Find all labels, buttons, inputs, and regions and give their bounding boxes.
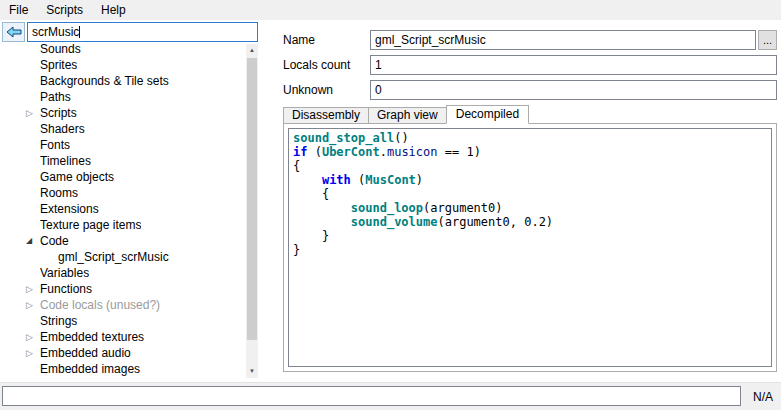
code-token: () [394,131,408,145]
tree-item-label: gml_Script_scrMusic [58,249,169,265]
unknown-value: 0 [375,83,382,97]
tree-expanded-icon[interactable]: ◢ [26,233,40,249]
tree-item-label: Paths [40,89,71,105]
asset-tree-list: SoundsSpritesBackgrounds & Tile setsPath… [0,44,246,377]
name-label: Name [283,30,315,50]
tree-item-label: Shaders [40,121,85,137]
code-token: (argument0) [423,201,502,215]
tree-item-label: Texture page items [40,217,141,233]
tree-item[interactable]: Extensions [0,201,246,217]
locals-count-input[interactable]: 1 [370,55,777,75]
code-token: } [293,243,300,257]
tree-item[interactable]: ▷Functions [0,281,246,297]
tree-collapsed-icon[interactable]: ▷ [26,329,40,345]
code-token: with [322,173,351,187]
tree-item-label: Timelines [40,153,91,169]
tree-item-label: Embedded images [40,361,140,377]
back-button[interactable] [2,22,25,42]
main-content: scrMusic SoundsSpritesBackgrounds & Tile… [0,20,781,382]
tree-item[interactable]: Timelines [0,153,246,169]
locals-count-label: Locals count [283,55,350,75]
code-token [293,201,351,215]
tree-item[interactable]: ▷Scripts [0,105,246,121]
tree-item[interactable]: ▷Code locals (unused?) [0,297,246,313]
status-input[interactable] [2,386,741,406]
tree-item-label: Scripts [40,105,77,121]
tree-item[interactable]: Backgrounds & Tile sets [0,73,246,89]
code-token: ) [416,173,423,187]
search-input[interactable]: scrMusic [27,22,258,42]
code-token: ( [307,145,321,159]
code-token: == 1) [438,145,481,159]
menu-item-help[interactable]: Help [92,0,135,20]
code-token: . [380,145,387,159]
tab-graph-view[interactable]: Graph view [368,107,447,124]
code-token: { [293,187,329,201]
tab-disassembly[interactable]: Disassembly [283,107,369,124]
browse-button[interactable]: ... [758,30,777,50]
tree-item-label: Code locals (unused?) [40,297,160,313]
tree-item-label: Sprites [40,57,77,73]
code-token: UberCont [322,145,380,159]
tree-item[interactable]: Embedded images [0,361,246,377]
unknown-label: Unknown [283,80,333,100]
code-token: musicon [387,145,438,159]
tree-item[interactable]: Sounds [0,44,246,57]
menu-bar: FileScriptsHelp [0,0,781,20]
tree-item[interactable]: Game objects [0,169,246,185]
tree-item-label: Backgrounds & Tile sets [40,73,169,89]
search-input-value: scrMusic [32,25,79,39]
tree-item-label: Embedded audio [40,345,131,361]
tree-item[interactable]: Rooms [0,185,246,201]
tree-item-label: Strings [40,313,77,329]
code-token [293,173,322,187]
menu-item-scripts[interactable]: Scripts [37,0,92,20]
code-line: if (UberCont.musicon == 1) [293,145,767,159]
code-line: sound_stop_all() [293,131,767,145]
scrollbar-thumb[interactable] [247,58,257,340]
tree-item[interactable]: gml_Script_scrMusic [0,249,246,265]
code-line: } [293,243,767,257]
text-caret [79,26,80,38]
tree-item[interactable]: Sprites [0,57,246,73]
tree-item[interactable]: ◢Code [0,233,246,249]
decompiled-tab-page: sound_stop_all()if (UberCont.musicon == … [283,123,777,372]
code-token: sound_loop [351,201,423,215]
unknown-input[interactable]: 0 [370,80,777,100]
tree-item[interactable]: ▷Embedded audio [0,345,246,361]
tree-item[interactable]: Variables [0,265,246,281]
scroll-down-icon[interactable]: ▼ [246,365,258,378]
code-token: ( [351,173,365,187]
code-line: sound_volume(argument0, 0.2) [293,215,767,229]
tree-item[interactable]: Paths [0,89,246,105]
code-line: with (MusCont) [293,173,767,187]
decompiled-code[interactable]: sound_stop_all()if (UberCont.musicon == … [288,128,772,367]
code-token: { [293,159,300,173]
tree-collapsed-icon[interactable]: ▷ [26,105,40,121]
tree-item-label: Code [40,233,69,249]
tree-item[interactable]: Strings [0,313,246,329]
status-bar: N/A [0,382,781,410]
tree-item[interactable]: Fonts [0,137,246,153]
scroll-up-icon[interactable]: ▲ [246,44,258,57]
code-token: (argument0, 0.2) [438,215,554,229]
menu-item-file[interactable]: File [0,0,37,20]
tree-item-label: Sounds [40,44,81,57]
code-line: { [293,159,767,173]
tree-collapsed-icon[interactable]: ▷ [26,345,40,361]
code-token: } [293,229,329,243]
tree-item-label: Functions [40,281,92,297]
name-input[interactable]: gml_Script_scrMusic [370,30,756,50]
tree-item[interactable]: Shaders [0,121,246,137]
back-arrow-icon [6,26,22,38]
code-token: sound_stop_all [293,131,394,145]
tree-scrollbar[interactable]: ▲ ▼ [246,44,258,378]
view-tabs: DisassemblyGraph viewDecompiled [283,105,529,124]
tab-decompiled[interactable]: Decompiled [446,105,529,124]
tree-item-label: Fonts [40,137,70,153]
name-input-value: gml_Script_scrMusic [375,33,486,47]
tree-item[interactable]: ▷Embedded textures [0,329,246,345]
tree-collapsed-icon[interactable]: ▷ [26,281,40,297]
tree-item[interactable]: Texture page items [0,217,246,233]
tree-collapsed-icon[interactable]: ▷ [26,297,40,313]
